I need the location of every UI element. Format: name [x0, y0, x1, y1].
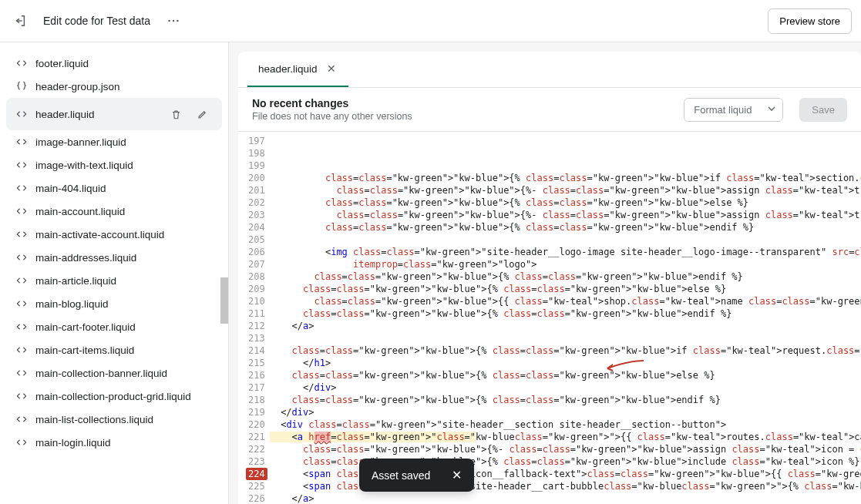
file-row[interactable]: footer.liquid — [6, 52, 222, 75]
file-name: main-list-collections.liquid — [35, 414, 153, 425]
file-sidebar[interactable]: footer.liquidheader-group.jsonheader.liq… — [0, 42, 229, 504]
file-row[interactable]: main-list-collections.liquid — [6, 408, 222, 431]
tab-label: header.liquid — [258, 63, 318, 75]
code-icon — [15, 228, 28, 240]
more-button[interactable] — [163, 10, 184, 32]
file-row[interactable]: image-banner.liquid — [6, 130, 222, 153]
file-row[interactable]: main-account.liquid — [6, 200, 222, 223]
file-name: main-account.liquid — [35, 206, 125, 217]
format-liquid-group: Format liquid — [684, 98, 783, 122]
exit-button[interactable] — [9, 10, 31, 32]
file-name: main-login.liquid — [35, 437, 111, 449]
file-row[interactable]: main-cart-items.liquid — [6, 338, 222, 361]
file-row[interactable]: main-article.liquid — [6, 269, 222, 292]
code-icon — [15, 182, 28, 194]
tab-close-button[interactable]: ✕ — [325, 61, 338, 76]
code-icon — [15, 274, 28, 287]
versions-title: No recent changes — [252, 97, 412, 109]
code-icon — [15, 413, 28, 425]
tab-header-liquid[interactable]: header.liquid ✕ — [247, 52, 348, 87]
tab-bar: header.liquid ✕ — [238, 52, 861, 87]
file-row[interactable]: main-404.liquid — [6, 176, 222, 200]
file-name: main-collection-banner.liquid — [35, 368, 167, 379]
code-icon — [15, 159, 28, 171]
code-icon — [15, 108, 28, 120]
format-liquid-button[interactable]: Format liquid — [684, 99, 761, 121]
versions-subtitle: File does not have any other versions — [252, 111, 412, 122]
code-icon — [15, 344, 28, 356]
file-row[interactable]: main-cart-footer.liquid — [6, 315, 222, 338]
file-name: image-with-text.liquid — [35, 160, 133, 171]
file-name: footer.liquid — [35, 58, 89, 69]
toast-message: Asset saved — [372, 469, 430, 482]
toast-close-button[interactable]: ✕ — [452, 468, 462, 482]
code-icon — [15, 136, 28, 148]
line-gutter: 1971981992002012022032042052062072082092… — [238, 132, 270, 504]
format-liquid-dropdown[interactable] — [761, 99, 782, 121]
code-icon — [15, 57, 28, 69]
chevron-down-icon — [767, 104, 776, 113]
svg-point-2 — [177, 20, 179, 22]
code-icon — [15, 297, 28, 310]
delete-file-button[interactable] — [165, 103, 187, 125]
file-row[interactable]: main-collection-product-grid.liquid — [6, 385, 222, 408]
file-name: main-article.liquid — [35, 275, 116, 287]
file-row[interactable]: main-login.liquid — [6, 431, 222, 454]
file-name: header.liquid — [35, 109, 95, 120]
exit-icon — [13, 14, 27, 28]
sidebar-scrollbar[interactable] — [220, 277, 228, 324]
file-row[interactable]: header.liquid — [6, 98, 222, 130]
svg-point-1 — [173, 20, 175, 22]
file-row[interactable]: main-addresses.liquid — [6, 246, 222, 269]
rename-file-button[interactable] — [191, 103, 213, 125]
file-row[interactable]: image-with-text.liquid — [6, 153, 222, 176]
svg-point-0 — [168, 20, 170, 22]
file-name: header-group.json — [35, 81, 120, 92]
dots-icon — [166, 14, 180, 28]
page-title: Edit code for Test data — [43, 15, 150, 27]
preview-button[interactable]: Preview store — [768, 8, 852, 34]
file-name: main-collection-product-grid.liquid — [35, 391, 191, 402]
file-name: main-cart-items.liquid — [35, 344, 134, 356]
code-icon — [15, 205, 28, 217]
code-icon — [15, 251, 28, 264]
file-row[interactable]: header-group.json — [6, 75, 222, 98]
file-row[interactable]: main-collection-banner.liquid — [6, 361, 222, 385]
file-row[interactable]: main-blog.liquid — [6, 292, 222, 315]
code-icon — [15, 390, 28, 402]
code-content[interactable]: class=class="kw-green">"kw-blue">{% clas… — [270, 132, 861, 504]
file-row[interactable]: main-activate-account.liquid — [6, 223, 222, 246]
file-name: main-cart-footer.liquid — [35, 321, 136, 333]
file-name: main-activate-account.liquid — [35, 229, 164, 240]
code-icon — [15, 436, 28, 449]
file-name: main-blog.liquid — [35, 298, 109, 310]
code-icon — [15, 367, 28, 379]
save-button[interactable]: Save — [799, 98, 847, 122]
file-name: image-banner.liquid — [35, 136, 126, 148]
file-name: main-addresses.liquid — [35, 252, 136, 264]
code-icon — [15, 321, 28, 333]
braces-icon — [15, 80, 28, 92]
file-name: main-404.liquid — [35, 183, 106, 194]
toast-notification: Asset saved ✕ — [359, 459, 474, 492]
code-editor[interactable]: 1971981992002012022032042052062072082092… — [238, 132, 861, 504]
